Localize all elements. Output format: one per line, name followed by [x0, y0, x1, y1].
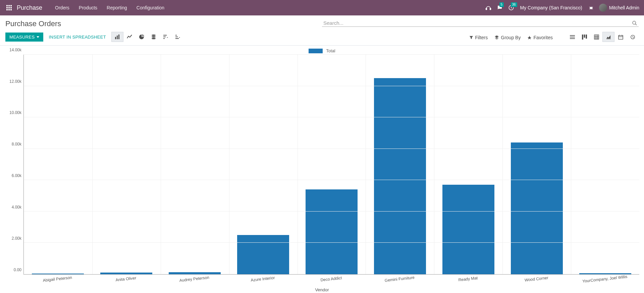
x-axis-labels: Abigail PetersonAnita OliverAudrey Peter…	[23, 275, 639, 287]
svg-rect-1	[8, 5, 10, 6]
measures-label: Measures	[9, 35, 35, 40]
svg-rect-14	[115, 37, 116, 39]
grid-line	[24, 242, 639, 243]
legend-swatch	[309, 49, 323, 53]
svg-rect-10	[490, 8, 491, 10]
chevron-down-icon	[37, 36, 39, 38]
control-panel: Purchase Orders	[0, 15, 644, 31]
favorites-button[interactable]: Favorites	[527, 35, 553, 40]
svg-rect-28	[570, 38, 575, 39]
svg-rect-37	[618, 35, 623, 39]
chart-legend: Total	[5, 48, 639, 53]
svg-rect-32	[594, 35, 598, 39]
groupby-label: Group By	[501, 35, 521, 40]
y-tick: 6.00k	[12, 173, 21, 178]
bar[interactable]	[306, 189, 358, 274]
toolbar: Measures Insert in Spreadsheet Filters	[0, 31, 644, 46]
filters-button[interactable]: Filters	[469, 35, 488, 40]
svg-rect-31	[586, 35, 587, 39]
calendar-view-icon[interactable]	[614, 32, 627, 42]
messages-badge: 5	[499, 2, 504, 7]
svg-line-13	[635, 24, 637, 25]
support-icon[interactable]	[483, 5, 494, 11]
svg-line-43	[633, 37, 634, 38]
grid-line	[502, 55, 503, 274]
svg-rect-9	[486, 8, 487, 10]
bar-slot	[92, 55, 161, 274]
kanban-view-icon[interactable]	[578, 32, 590, 42]
y-tick: 8.00k	[12, 142, 21, 146]
activities-icon[interactable]: 36	[505, 5, 517, 11]
groupby-button[interactable]: Group By	[494, 35, 521, 40]
bar-chart-icon[interactable]	[111, 32, 123, 42]
y-tick: 0.00	[14, 268, 21, 272]
menu-products[interactable]: Products	[74, 5, 102, 10]
svg-rect-24	[175, 37, 178, 37]
insert-spreadsheet-link[interactable]: Insert in Spreadsheet	[49, 35, 106, 40]
menu-configuration[interactable]: Configuration	[132, 5, 169, 10]
menu-orders[interactable]: Orders	[50, 5, 74, 10]
svg-rect-20	[163, 35, 167, 36]
grid-line	[24, 180, 639, 180]
sort-desc-icon[interactable]	[160, 32, 172, 42]
grid-line	[229, 55, 229, 274]
list-view-icon[interactable]	[566, 32, 578, 42]
y-tick: 10.00k	[9, 110, 21, 115]
app-name[interactable]: Purchase	[17, 4, 42, 11]
grid-line	[24, 86, 639, 86]
y-axis: 0.002.00k4.00k6.00k8.00k10.00k12.00k14.0…	[5, 55, 23, 275]
apps-icon[interactable]	[5, 4, 13, 11]
bar[interactable]	[237, 235, 289, 274]
stacked-icon[interactable]	[148, 32, 160, 42]
svg-rect-5	[10, 7, 12, 8]
y-tick: 4.00k	[12, 205, 21, 210]
bar-slot	[229, 55, 298, 274]
company-selector[interactable]: My Company (San Francisco)	[517, 5, 586, 10]
bar-slot	[571, 55, 639, 274]
svg-rect-2	[10, 5, 12, 6]
svg-point-19	[152, 38, 156, 39]
sort-asc-icon[interactable]	[172, 32, 184, 42]
plot-area	[23, 55, 639, 275]
bar[interactable]	[374, 78, 426, 274]
grid-line	[24, 211, 639, 212]
search-icon[interactable]	[632, 20, 637, 26]
pie-chart-icon[interactable]	[136, 32, 148, 42]
menu-reporting[interactable]: Reporting	[102, 5, 132, 10]
graph-view-icon[interactable]	[602, 32, 614, 42]
activity-view-icon[interactable]	[627, 32, 639, 42]
avatar	[599, 4, 607, 12]
view-switcher	[566, 32, 639, 42]
svg-rect-8	[10, 9, 12, 10]
bar[interactable]	[442, 185, 494, 274]
search-bar[interactable]	[322, 19, 639, 27]
svg-rect-6	[6, 9, 8, 10]
line-chart-icon[interactable]	[123, 32, 136, 42]
grid-line	[571, 55, 571, 274]
svg-rect-16	[118, 35, 119, 39]
top-navbar: Purchase Orders Products Reporting Confi…	[0, 0, 644, 15]
grid-line	[24, 54, 639, 55]
measures-button[interactable]: Measures	[5, 33, 43, 42]
bar[interactable]	[511, 142, 563, 274]
svg-rect-7	[8, 9, 10, 10]
svg-rect-15	[117, 36, 118, 39]
grid-line	[434, 55, 434, 274]
svg-rect-25	[175, 38, 179, 39]
bars-layer	[24, 55, 639, 274]
svg-rect-26	[570, 35, 575, 36]
grid-line	[298, 55, 298, 274]
debug-icon[interactable]	[586, 5, 597, 11]
messages-icon[interactable]: 5	[494, 5, 505, 11]
svg-rect-4	[8, 7, 10, 8]
bar-slot	[502, 55, 571, 274]
y-tick: 12.00k	[9, 79, 21, 84]
grid-line	[366, 55, 366, 274]
svg-point-12	[633, 21, 636, 24]
search-input[interactable]	[323, 20, 632, 26]
pivot-view-icon[interactable]	[590, 32, 602, 42]
user-menu[interactable]: Mitchell Admin	[597, 4, 641, 12]
favorites-label: Favorites	[533, 35, 553, 40]
y-tick: 2.00k	[12, 236, 21, 241]
svg-rect-0	[6, 5, 8, 6]
